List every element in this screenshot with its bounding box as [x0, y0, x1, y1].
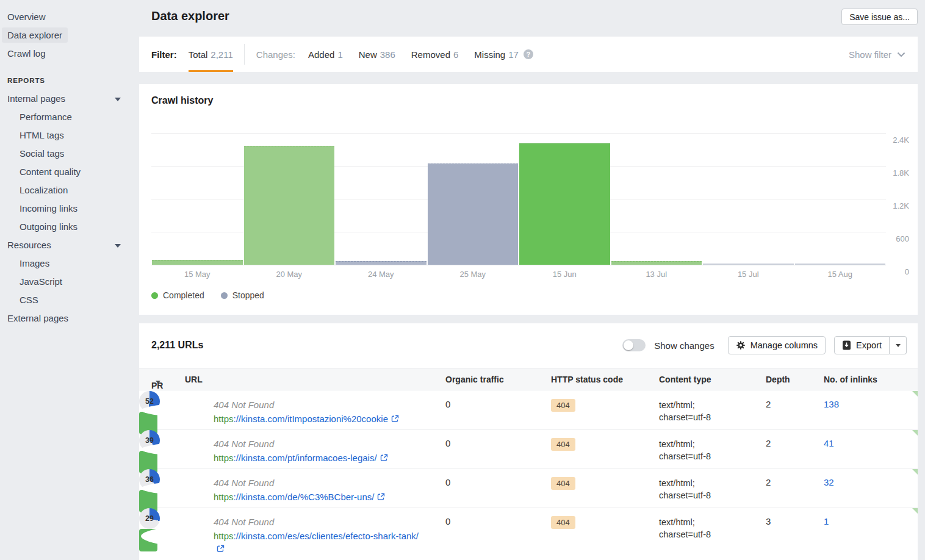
filter-bar: Filter: Total 2,211 Changes: Added 1 New…: [139, 37, 918, 72]
bar-15-jun[interactable]: [519, 143, 610, 265]
filter-tab-removed[interactable]: Removed 6: [411, 37, 459, 72]
x-tick-15-jun: 15 Jun: [519, 270, 611, 279]
show-changes-toggle[interactable]: [622, 339, 646, 351]
sidebar-item-javascript[interactable]: JavaScript: [0, 273, 139, 291]
content-type-line: charset=utf-8: [659, 528, 711, 540]
url-link[interactable]: https://kinsta.com/de/%C3%BCber-uns/: [214, 490, 426, 503]
gridline: [151, 133, 886, 134]
legend-item-stopped[interactable]: Stopped: [221, 290, 264, 300]
filter-tab-new-count: 386: [380, 49, 395, 60]
save-issue-as-button[interactable]: Save issue as...: [841, 9, 918, 25]
url-cell: 404 Not Foundhttps://kinsta.com/de/%C3%B…: [214, 477, 426, 503]
bar-15-may[interactable]: [152, 260, 243, 265]
sidebar-item-localization[interactable]: Localization: [0, 181, 139, 199]
url-path: ://kinsta.com/es/es/clientes/efecto-shar…: [234, 531, 419, 541]
sidebar-item-label: Performance: [20, 112, 72, 122]
x-tick-15-jul: 15 Jul: [702, 270, 794, 279]
sidebar-item-crawl-log[interactable]: Crawl log: [0, 45, 139, 63]
legend-dot-stopped: [221, 292, 228, 299]
manage-columns-button[interactable]: Manage columns: [728, 336, 826, 354]
chevron-down-icon: [897, 52, 905, 57]
page-header: Data explorer Save issue as...: [139, 0, 918, 37]
sidebar-item-label: HTML tags: [20, 130, 64, 140]
content-type-cell: text/html;charset=utf-8: [659, 516, 711, 540]
filter-tab-new[interactable]: New 386: [359, 37, 395, 72]
content-type-line: text/html;: [659, 438, 711, 450]
help-icon[interactable]: ?: [524, 49, 533, 59]
legend-dot-completed: [151, 292, 158, 299]
sidebar-item-social-tags[interactable]: Social tags: [0, 145, 139, 163]
export-button[interactable]: Export: [834, 336, 890, 354]
organic-traffic-value: 0: [445, 399, 450, 409]
caret-down-icon: [896, 344, 901, 347]
changes-label: Changes:: [256, 49, 295, 60]
filter-tab-missing-count: 17: [508, 49, 519, 60]
sidebar-item-resources[interactable]: Resources: [0, 236, 139, 254]
filter-tab-removed-count: 6: [453, 49, 458, 60]
inlinks-link[interactable]: 138: [824, 399, 839, 409]
inlinks-link[interactable]: 41: [824, 438, 834, 448]
http-status-cell: 404: [551, 438, 575, 451]
chevron-down-icon: [115, 98, 121, 101]
sidebar-item-label: Outgoing links: [20, 221, 77, 232]
filter-inner: Filter: Total 2,211 Changes: Added 1 New…: [139, 37, 918, 72]
sidebar-item-outgoing-links[interactable]: Outgoing links: [0, 218, 139, 236]
sidebar-item-label: Overview: [7, 12, 46, 22]
sidebar-item-data-explorer[interactable]: Data explorer: [0, 26, 139, 45]
sidebar-item-html-tags[interactable]: HTML tags: [0, 126, 139, 145]
x-tick-15-aug: 15 Aug: [794, 270, 887, 279]
show-filter-button[interactable]: Show filter: [849, 37, 905, 72]
sidebar-item-css[interactable]: CSS: [0, 291, 139, 309]
content-type-line: charset=utf-8: [659, 450, 711, 462]
bar-20-may[interactable]: [244, 146, 335, 265]
legend-item-completed[interactable]: Completed: [151, 290, 204, 300]
filter-tab-missing[interactable]: Missing 17: [474, 37, 519, 72]
url-link[interactable]: https://kinsta.com/es/es/clientes/efecto…: [214, 529, 426, 555]
http-status-badge: 404: [551, 516, 575, 529]
column-http-status-code[interactable]: HTTP status code: [551, 375, 623, 384]
main-content: Data explorer Save issue as... Filter: T…: [139, 0, 918, 560]
bar-15-aug[interactable]: [795, 264, 886, 265]
pr-value: 36: [145, 475, 154, 484]
column-content-type[interactable]: Content type: [659, 375, 711, 384]
inlinks-link[interactable]: 32: [824, 477, 834, 487]
sidebar-item-content-quality[interactable]: Content quality: [0, 163, 139, 181]
sidebar-item-incoming-links[interactable]: Incoming links: [0, 199, 139, 218]
page-status-text: 404 Not Found: [214, 438, 426, 450]
chart-legend: CompletedStopped: [151, 290, 264, 300]
sidebar-item-internal-pages[interactable]: Internal pages: [0, 90, 139, 108]
filter-tab-total[interactable]: Total 2,211: [189, 37, 233, 72]
external-link-icon: [380, 454, 388, 462]
crawl-history-plot: 15 May20 May24 May25 May15 Jun13 Jul15 J…: [151, 133, 886, 265]
url-cell: 404 Not Foundhttps://kinsta.com/itImpost…: [214, 399, 426, 425]
inlinks-link[interactable]: 1: [824, 516, 829, 526]
show-filter-label: Show filter: [849, 49, 891, 60]
content-type-cell: text/html;charset=utf-8: [659, 477, 711, 501]
organic-traffic-value: 0: [445, 516, 450, 526]
column-depth[interactable]: Depth: [766, 375, 790, 384]
depth-value: 2: [766, 477, 771, 487]
sidebar-item-performance[interactable]: Performance: [0, 108, 139, 126]
url-cell: 404 Not Foundhttps://kinsta.com/pt/infor…: [214, 438, 426, 464]
export-dropdown-button[interactable]: [890, 336, 907, 354]
filter-tab-new-label: New: [359, 49, 377, 60]
column-no-of-inlinks[interactable]: No. of inlinks: [824, 375, 877, 384]
sidebar-item-label: Social tags: [20, 148, 64, 159]
bar-13-jul[interactable]: [611, 261, 702, 265]
column-url[interactable]: URL: [185, 375, 203, 384]
url-link[interactable]: https://kinsta.com/itImpostazioni%20cook…: [214, 412, 426, 425]
bar-25-may[interactable]: [428, 163, 519, 265]
column-organic-traffic[interactable]: Organic traffic: [445, 375, 504, 384]
http-status-badge: 404: [551, 477, 575, 490]
sidebar-item-overview[interactable]: Overview: [0, 8, 139, 26]
sidebar-item-label: Internal pages: [7, 93, 65, 104]
bar-15-jul[interactable]: [703, 264, 794, 265]
sidebar-item-external-pages[interactable]: External pages: [0, 309, 139, 328]
url-scheme: https: [214, 492, 234, 502]
filter-tab-added[interactable]: Added 1: [308, 37, 343, 72]
table-row: 52HTML404 Not Foundhttps://kinsta.com/it…: [139, 391, 918, 430]
url-link[interactable]: https://kinsta.com/pt/informacoes-legais…: [214, 451, 426, 464]
content-type-line: text/html;: [659, 516, 711, 528]
sidebar-item-images[interactable]: Images: [0, 254, 139, 273]
bar-24-may[interactable]: [336, 261, 427, 265]
